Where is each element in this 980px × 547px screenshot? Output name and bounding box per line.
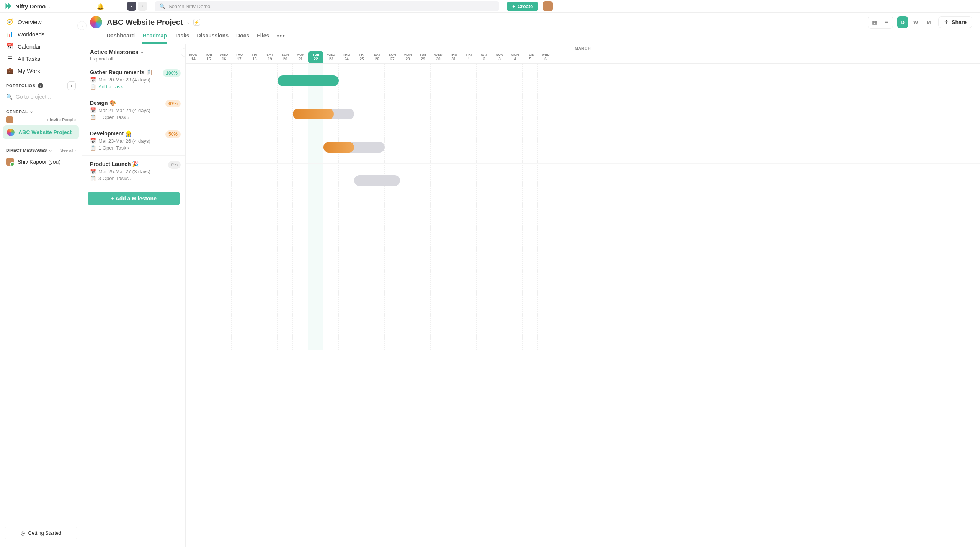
getting-started-button[interactable]: ◎ Getting Started	[5, 527, 77, 539]
milestone-task-link[interactable]: 📋3 Open Tasks ›	[90, 176, 178, 181]
milestone-task-link[interactable]: 📋1 Open Task ›	[90, 114, 178, 120]
milestone-name: Design 🎨	[90, 100, 178, 106]
tab-docs[interactable]: Docs	[236, 29, 249, 44]
sidebar-item-workloads[interactable]: 📊Workloads	[0, 28, 82, 40]
milestone-percent: 67%	[165, 100, 181, 107]
search-icon: 🔍	[6, 94, 13, 100]
day-cell[interactable]: WED30	[431, 51, 446, 63]
milestone-item[interactable]: Design 🎨📅Mar 21-Mar 24 (4 days)📋1 Open T…	[82, 94, 185, 125]
day-cell[interactable]: THU24	[339, 51, 354, 63]
user-avatar[interactable]	[543, 1, 553, 11]
list-icon: ☰	[6, 55, 13, 62]
sidebar: ‹ 🧭Overview 📊Workloads 📅Calendar ☰All Ta…	[0, 13, 82, 547]
task-icon: 📋	[90, 145, 96, 151]
invite-people-button[interactable]: + Invite People	[46, 117, 76, 122]
day-cell[interactable]: MON14	[186, 51, 201, 63]
list-view-button[interactable]: ≡	[880, 16, 893, 28]
chevron-down-icon: ⌵	[49, 148, 52, 153]
search-input[interactable]: 🔍 Search Nifty Demo	[155, 1, 499, 11]
tab-files[interactable]: Files	[257, 29, 269, 44]
gantt-header: MARCH MON14TUE15WED16THU17FRI18SAT19SUN2…	[186, 44, 980, 64]
milestone-item[interactable]: Development 👷📅Mar 23-Mar 26 (4 days)📋1 O…	[82, 125, 185, 156]
day-cell[interactable]: MON21	[293, 51, 308, 63]
day-cell[interactable]: TUE29	[415, 51, 431, 63]
day-cell[interactable]: WED23	[323, 51, 339, 63]
nav-forward-button[interactable]: ›	[138, 2, 147, 11]
bell-icon[interactable]: 🔔	[96, 3, 104, 10]
gantt-row[interactable]	[186, 164, 980, 197]
day-cell[interactable]: SUN20	[278, 51, 293, 63]
day-cell[interactable]: THU17	[232, 51, 247, 63]
zoom-week-button[interactable]: W	[910, 16, 921, 28]
gantt-chart[interactable]: MARCH MON14TUE15WED16THU17FRI18SAT19SUN2…	[186, 44, 980, 547]
day-cell[interactable]: TUE5	[523, 51, 538, 63]
day-cell[interactable]: TUE22	[308, 51, 323, 63]
day-cell[interactable]: SAT26	[369, 51, 385, 63]
gantt-row[interactable]	[186, 97, 980, 130]
gantt-bar[interactable]	[293, 109, 354, 119]
globe-icon: 🧭	[6, 18, 13, 25]
share-button[interactable]: ⇪ Share	[938, 16, 972, 28]
bolt-icon[interactable]: ⚡	[193, 19, 200, 26]
day-cell[interactable]: FRI1	[461, 51, 477, 63]
grid-view-button[interactable]: ▦	[868, 16, 880, 28]
sidebar-item-all-tasks[interactable]: ☰All Tasks	[0, 52, 82, 65]
gantt-bar-fill	[323, 142, 354, 153]
workspace-name[interactable]: Nifty Demo	[15, 3, 46, 10]
sidebar-item-my-work[interactable]: 💼My Work	[0, 65, 82, 77]
active-milestones-dropdown[interactable]: Active Milestones ⌵	[90, 49, 178, 55]
day-cell[interactable]: SUN3	[492, 51, 507, 63]
milestone-name: Product Launch 🎉	[90, 161, 178, 167]
day-cell[interactable]: TUE15	[201, 51, 216, 63]
milestone-task-link[interactable]: 📋1 Open Task ›	[90, 145, 178, 151]
gantt-row[interactable]	[186, 64, 980, 97]
milestone-task-link[interactable]: 📋Add a Task...	[90, 84, 178, 90]
sidebar-item-calendar[interactable]: 📅Calendar	[0, 40, 82, 52]
zoom-day-button[interactable]: D	[897, 16, 908, 28]
create-button[interactable]: + Create	[507, 2, 538, 11]
day-cell[interactable]: THU31	[446, 51, 461, 63]
task-icon: 📋	[90, 176, 96, 181]
gantt-bar[interactable]	[278, 75, 339, 86]
day-cell[interactable]: FRI25	[354, 51, 369, 63]
zoom-month-button[interactable]: M	[923, 16, 934, 28]
nav-back-button[interactable]: ‹	[127, 2, 136, 11]
day-cell[interactable]: SAT2	[477, 51, 492, 63]
expand-all-button[interactable]: Expand all	[90, 56, 178, 62]
member-avatar[interactable]	[6, 116, 13, 123]
sidebar-collapse-button[interactable]: ‹	[77, 21, 87, 30]
day-cell[interactable]: WED6	[538, 51, 553, 63]
share-icon: ⇪	[944, 19, 949, 25]
project-title[interactable]: ABC Website Project	[107, 18, 183, 27]
day-cell[interactable]: WED16	[216, 51, 232, 63]
chevron-down-icon[interactable]: ⌵	[48, 4, 51, 9]
add-milestone-button[interactable]: + Add a Milestone	[88, 192, 180, 205]
milestone-item[interactable]: Product Launch 🎉📅Mar 25-Mar 27 (3 days)📋…	[82, 156, 185, 186]
tab-tasks[interactable]: Tasks	[175, 29, 189, 44]
chevron-down-icon[interactable]: ⌵	[187, 20, 189, 25]
gantt-body[interactable]	[186, 64, 980, 350]
day-cell[interactable]: SAT19	[262, 51, 278, 63]
day-cell[interactable]: MON28	[400, 51, 415, 63]
tab-discussions[interactable]: Discussions	[197, 29, 229, 44]
dm-header[interactable]: DIRECT MESSAGES ⌵ See all ›	[0, 142, 82, 155]
day-cell[interactable]: MON4	[507, 51, 523, 63]
help-icon[interactable]: ?	[38, 83, 43, 88]
sidebar-project-abc-website[interactable]: ABC Website Project	[3, 125, 79, 139]
sidebar-item-overview[interactable]: 🧭Overview	[0, 16, 82, 28]
tab-roadmap[interactable]: Roadmap	[142, 29, 167, 44]
see-all-button[interactable]: See all ›	[60, 148, 76, 153]
tab-more-button[interactable]: •••	[277, 29, 286, 44]
goto-project-input[interactable]: 🔍 Go to project...	[0, 92, 82, 104]
gantt-bar[interactable]	[354, 175, 400, 186]
dm-user-item[interactable]: Shiv Kapoor (you)	[0, 155, 82, 169]
milestone-item[interactable]: Gather Requirements 📋📅Mar 20-Mar 23 (4 d…	[82, 64, 185, 94]
milestone-name: Development 👷	[90, 130, 178, 137]
tab-dashboard[interactable]: Dashboard	[107, 29, 135, 44]
general-header[interactable]: GENERAL ⌵	[0, 104, 82, 116]
day-cell[interactable]: FRI18	[247, 51, 262, 63]
gantt-row[interactable]	[186, 130, 980, 164]
add-portfolio-button[interactable]: +	[67, 81, 76, 90]
day-cell[interactable]: SUN27	[385, 51, 400, 63]
gantt-bar[interactable]	[323, 142, 385, 153]
